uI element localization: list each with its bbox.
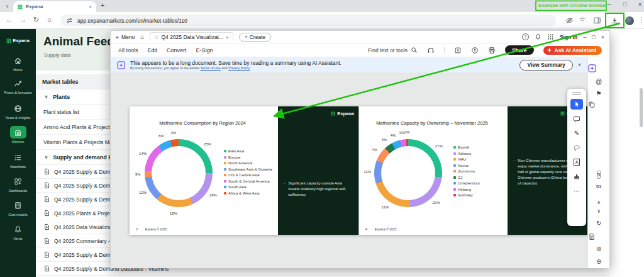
- upload-icon[interactable]: [471, 47, 479, 54]
- doc-tab-close-icon[interactable]: ×: [226, 35, 229, 40]
- chart-icon: [10, 77, 26, 89]
- comment-icon: [573, 115, 580, 123]
- ai-summary-banner: This appears to be a long document. Save…: [111, 57, 587, 72]
- page-total: 51: [588, 184, 609, 189]
- password-eye-off-icon[interactable]: [565, 16, 574, 25]
- terms-link[interactable]: Terms of Use: [201, 66, 221, 70]
- print-icon[interactable]: [488, 47, 496, 54]
- expana-logo: Expana: [0, 38, 36, 43]
- page-view-icon[interactable]: [588, 233, 609, 240]
- tab-close-icon[interactable]: ×: [89, 4, 92, 9]
- sidebar-item-markets[interactable]: Markets: [0, 126, 36, 144]
- sidebar-item-home[interactable]: Home: [0, 54, 36, 72]
- window-minimize-button[interactable]: –: [608, 1, 611, 8]
- edit-button[interactable]: Edit: [148, 47, 158, 54]
- side-panel-icon[interactable]: [593, 16, 602, 25]
- sidebar-item-dashboards[interactable]: Dashboards: [0, 175, 36, 193]
- acrobat-maximize-icon[interactable]: □: [592, 34, 595, 40]
- back-icon[interactable]: ←: [6, 16, 13, 23]
- legend-item: South & Central America: [224, 179, 272, 183]
- save-icon[interactable]: [454, 47, 462, 54]
- rotate-icon[interactable]: ↻: [588, 220, 609, 227]
- esign-button[interactable]: E-Sign: [196, 47, 213, 54]
- rail-ai-assistant-icon[interactable]: [588, 64, 609, 72]
- page-number-box[interactable]: 5: [588, 171, 609, 178]
- select-tool[interactable]: [570, 99, 583, 110]
- download-icon[interactable]: [611, 16, 619, 25]
- browser-menu-kebab-icon[interactable]: ⋮: [638, 16, 644, 25]
- chart-legend: East AsiaEuropeNorth AmericaSoutheast As…: [224, 149, 272, 195]
- site-settings-icon[interactable]: [66, 17, 73, 24]
- profile-avatar[interactable]: [625, 16, 634, 25]
- palette-drag-handle[interactable]: [572, 92, 581, 95]
- acrobat-close-icon[interactable]: ×: [601, 34, 604, 40]
- slide-footer: 3Expana © 2025: [136, 227, 167, 231]
- acrobat-minimize-icon[interactable]: –: [583, 34, 586, 40]
- window-maximize-button[interactable]: □: [623, 1, 626, 8]
- sign-in-button[interactable]: Sign in: [560, 34, 577, 40]
- privacy-link[interactable]: Privacy Policy: [228, 66, 250, 70]
- share-button[interactable]: Share: [505, 45, 534, 55]
- donut-chart: 27%22%21%11%7%4%4%3%1%: [374, 139, 442, 207]
- create-button[interactable]: + Create: [239, 33, 271, 42]
- comment-tool[interactable]: [570, 113, 583, 124]
- zoom-in-icon[interactable]: ⊕: [588, 246, 609, 252]
- more-tools[interactable]: ⋯: [570, 186, 583, 196]
- read-aloud-icon[interactable]: [427, 47, 435, 54]
- tab-search-icon[interactable]: ∨: [3, 2, 11, 10]
- page-up-icon[interactable]: ∧: [588, 200, 609, 205]
- sidebar-item-cost-models[interactable]: Cost models: [0, 199, 36, 217]
- rail-pages-icon[interactable]: [588, 101, 609, 108]
- expana-favicon: [18, 4, 23, 9]
- zoom-out-icon[interactable]: ⊖: [588, 258, 609, 265]
- expana-logo-icon: [6, 38, 11, 43]
- bookmark-star-icon[interactable]: ☆: [579, 15, 588, 24]
- pct-label: 18%: [209, 193, 217, 197]
- apps-grid-icon[interactable]: [547, 33, 554, 40]
- sidebar-item-watchlists[interactable]: Watchlists: [0, 151, 36, 169]
- rail-bookmark-icon[interactable]: ⚑: [588, 90, 609, 97]
- sidebar-item-prices-forecasts[interactable]: Prices & forecasts: [0, 77, 36, 94]
- sidebar-item-news-insights[interactable]: News & Insights: [0, 102, 36, 120]
- screen: ∨ Expana × + – □ × ← → ↻ ⌂ app.expanamar…: [0, 0, 644, 277]
- page-scrollbar[interactable]: [640, 88, 643, 127]
- view-summary-button[interactable]: View Summary: [519, 60, 572, 71]
- pct-label: 11%: [364, 170, 371, 174]
- ask-ai-assistant-button[interactable]: Ask AI Assistant: [543, 46, 602, 55]
- convert-button[interactable]: Convert: [167, 47, 187, 54]
- lasso-tool[interactable]: [570, 142, 583, 153]
- favorite-star-icon[interactable]: ☆: [154, 35, 158, 40]
- banner-close-icon[interactable]: ×: [578, 62, 581, 68]
- stamp-tool[interactable]: [570, 171, 583, 182]
- text-box-tool[interactable]: A: [570, 157, 583, 167]
- acrobat-toolbar: All tools Edit Convert E-Sign Find text …: [111, 43, 609, 57]
- sidebar-item-alerts[interactable]: Alerts: [0, 223, 36, 240]
- legend-item: Sumitomo: [453, 169, 480, 173]
- browser-home-icon[interactable]: ⌂: [47, 16, 52, 23]
- address-bar[interactable]: app.expanamarkets.com/en/market-tables/1…: [60, 14, 556, 26]
- window-close-button[interactable]: ×: [638, 1, 641, 8]
- reload-icon[interactable]: ↻: [33, 16, 39, 24]
- new-tab-button[interactable]: +: [101, 1, 104, 9]
- file-download-icon: [43, 265, 50, 272]
- page-down-icon[interactable]: ∨: [588, 208, 609, 214]
- draw-tool[interactable]: ✎: [570, 128, 583, 138]
- acrobat-window: ≡ Menu ⌂ ☆ Q4 2025 Data Visualizat... × …: [110, 30, 610, 268]
- all-tools-button[interactable]: All tools: [118, 47, 138, 54]
- notifications-bell-icon[interactable]: [535, 33, 541, 40]
- forward-icon[interactable]: →: [19, 16, 26, 23]
- chevron-down-icon: ∨: [45, 94, 48, 99]
- chart-legend: EvonikAdisseoNHUNovusSumitomoCJUnisplend…: [453, 145, 480, 197]
- pct-label: 14%: [139, 152, 147, 155]
- document-tab[interactable]: ☆ Q4 2025 Data Visualizat... ×: [150, 32, 233, 42]
- pct-label: 18%: [170, 212, 177, 215]
- find-tools[interactable]: Find text or tools: [368, 47, 418, 54]
- building-icon: [10, 126, 26, 138]
- acrobat-home-icon[interactable]: ⌂: [140, 33, 144, 40]
- help-icon[interactable]: ?: [522, 33, 529, 40]
- acrobat-menu-button[interactable]: ≡ Menu: [116, 34, 135, 40]
- legend-item: Africa & West Asia: [224, 191, 272, 195]
- file-download-icon: [43, 168, 50, 175]
- browser-tab[interactable]: Expana ×: [13, 1, 96, 12]
- rail-mentions-icon[interactable]: @: [588, 78, 609, 85]
